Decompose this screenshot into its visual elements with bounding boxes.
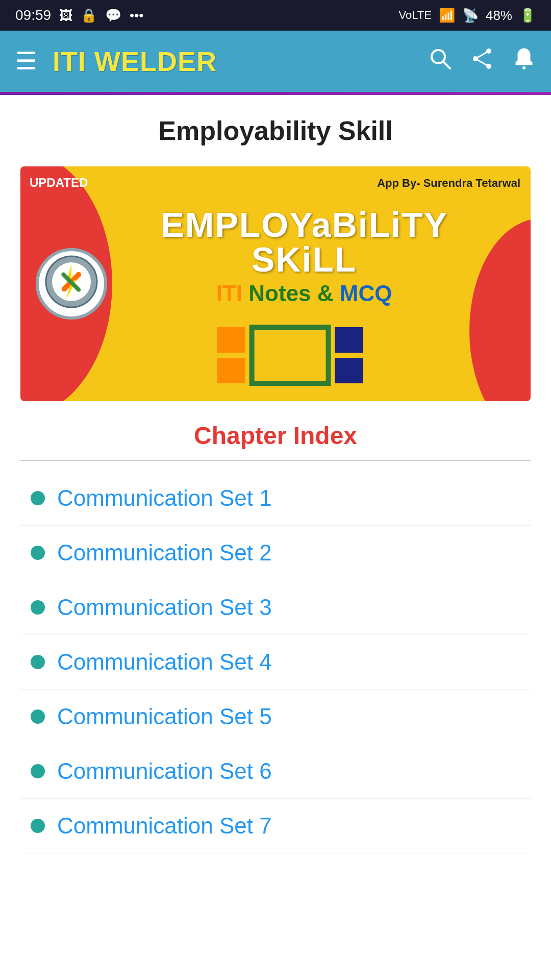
navy-block-top [335, 327, 363, 353]
banner-title-main: EMPLOYaBiLiTY SKiLL [161, 207, 447, 277]
mcq-text: MCQ [340, 281, 392, 306]
orange-block-top [217, 327, 245, 353]
battery-icon: 🔋 [519, 8, 536, 23]
status-time: 09:59 [15, 7, 51, 23]
share-icon[interactable] [470, 47, 494, 76]
chapter-label: Communication Set 2 [57, 540, 272, 566]
logo-circle [36, 248, 107, 320]
chapter-label: Communication Set 3 [57, 595, 272, 620]
chapter-list-item[interactable]: Communication Set 7 [20, 799, 531, 853]
app-title: ITI WELDER [53, 45, 217, 77]
chapter-bullet [31, 819, 45, 833]
status-right: VoLTE 📶 📡 48% 🔋 [399, 8, 536, 23]
app-by-label: App By- Surendra Tetarwal [377, 177, 520, 190]
svg-point-7 [522, 66, 525, 69]
main-content: Employability Skill UPDATED [0, 95, 551, 980]
whatsapp-icon: 💬 [105, 8, 121, 23]
chapter-divider [20, 460, 531, 461]
chapter-label: Communication Set 5 [57, 704, 272, 729]
chapter-list-item[interactable]: Communication Set 4 [20, 635, 531, 690]
t-block-cutout [255, 330, 326, 381]
status-left: 09:59 🖼 🔒 💬 ••• [15, 7, 143, 23]
battery-percent: 48% [486, 8, 512, 23]
chapter-label: Communication Set 6 [57, 758, 272, 784]
notification-bell-icon[interactable] [512, 47, 536, 76]
chapter-list-item[interactable]: Communication Set 2 [20, 526, 531, 580]
i-block-left [217, 327, 245, 383]
chapter-list-item[interactable]: Communication Set 1 [20, 471, 531, 526]
chapter-label: Communication Set 1 [57, 485, 272, 511]
lock-icon: 🔒 [81, 8, 97, 23]
chapter-list: Communication Set 1 Communication Set 2 … [20, 471, 531, 853]
chapter-label: Communication Set 7 [57, 813, 272, 839]
banner: UPDATED [20, 166, 531, 401]
logo-icon [43, 254, 99, 314]
lte-icon: VoLTE [399, 9, 432, 22]
chapter-bullet [31, 491, 45, 505]
image-icon: 🖼 [59, 8, 72, 23]
chapter-bullet [31, 764, 45, 778]
banner-title-block: EMPLOYaBiLiTY SKiLL ITI Notes & MCQ [161, 207, 447, 306]
chapter-list-item[interactable]: Communication Set 3 [20, 580, 531, 635]
app-bar-right [429, 47, 536, 76]
status-bar: 09:59 🖼 🔒 💬 ••• VoLTE 📶 📡 48% 🔋 [0, 0, 551, 31]
iti-text: ITI [216, 281, 242, 306]
chapter-list-item[interactable]: Communication Set 6 [20, 744, 531, 799]
iti-logo-blocks [217, 325, 363, 386]
updated-badge: UPDATED [30, 176, 88, 190]
banner-subtitle: ITI Notes & MCQ [161, 281, 447, 306]
t-block-green [249, 325, 331, 386]
chapter-bullet [31, 709, 45, 724]
search-icon[interactable] [429, 47, 452, 76]
dots-icon: ••• [130, 8, 143, 23]
banner-inner: UPDATED [20, 166, 531, 401]
svg-line-1 [443, 61, 450, 68]
hamburger-menu-icon[interactable]: ☰ [15, 49, 37, 74]
navy-block-bottom [335, 358, 363, 383]
app-bar: ☰ ITI WELDER [0, 31, 551, 92]
app-bar-left: ☰ ITI WELDER [15, 45, 217, 77]
signal-icon: 📡 [462, 8, 479, 23]
wifi-icon: 📶 [439, 8, 455, 23]
i-block-right [335, 327, 363, 383]
banner-red-right [459, 166, 531, 401]
page-title: Employability Skill [20, 115, 531, 146]
chapter-bullet [31, 546, 45, 560]
svg-line-6 [475, 59, 489, 66]
chapter-index-title: Chapter Index [20, 422, 531, 450]
orange-block-bottom [217, 358, 245, 383]
chapter-label: Communication Set 4 [57, 649, 272, 675]
chapter-bullet [31, 655, 45, 669]
svg-line-5 [475, 51, 489, 59]
chapter-list-item[interactable]: Communication Set 5 [20, 690, 531, 744]
chapter-bullet [31, 600, 45, 615]
notes-text: Notes & [248, 281, 339, 306]
